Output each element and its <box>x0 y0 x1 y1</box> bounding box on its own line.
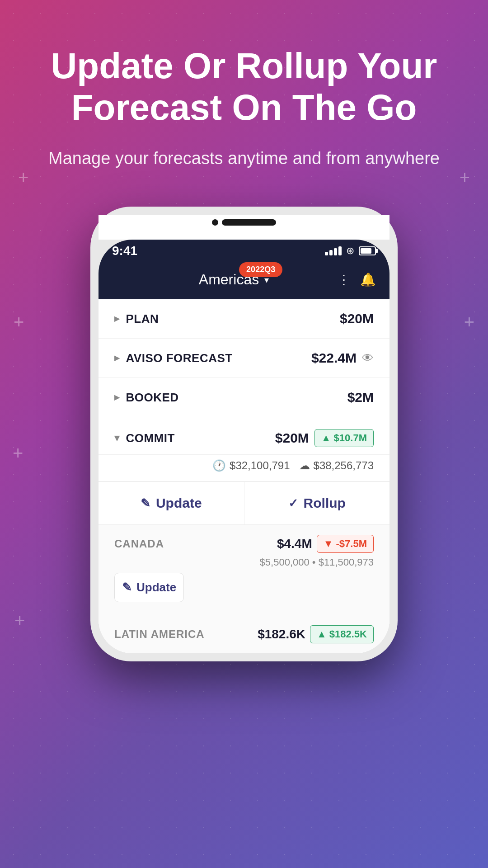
plan-row[interactable]: ▸ PLAN $20M <box>99 299 389 339</box>
phone-screen: 9:41 ⊛ Americ <box>99 240 389 653</box>
phone-outer: 9:41 ⊛ Americ <box>90 207 398 661</box>
quarter-badge: 2022Q3 <box>239 262 282 277</box>
aviso-value: $22.4M <box>311 350 357 366</box>
update-button[interactable]: ✎ Update <box>99 482 244 524</box>
rollup-button[interactable]: ✓ Rollup <box>244 482 390 524</box>
canada-update-button[interactable]: ✎ Update <box>114 573 184 602</box>
chevron-right-icon: ▸ <box>114 392 120 403</box>
latin-label: LATIN AMERICA <box>114 628 205 641</box>
phone-notch <box>99 215 389 240</box>
hero-title: Update Or Rollup Your Forecast On The Go <box>36 45 452 128</box>
canada-main-row: CANADA $4.4M ▼ -$7.5M <box>114 535 374 553</box>
eye-icon[interactable]: 👁 <box>362 351 374 365</box>
notification-bell-icon[interactable]: 🔔 <box>360 272 376 287</box>
cloud-value: ☁ $38,256,773 <box>299 459 374 472</box>
aviso-value-area: $22.4M 👁 <box>311 350 374 366</box>
canada-update-label: Update <box>136 580 176 594</box>
update-label: Update <box>156 495 202 511</box>
commit-value: $20M <box>275 430 309 446</box>
clock-icon: 🕐 <box>212 459 226 472</box>
status-icons: ⊛ <box>325 245 376 257</box>
app-content: ▸ PLAN $20M ▸ AVISO FORECAST $22.4M <box>99 299 389 653</box>
speaker-pill <box>222 219 276 226</box>
booked-label: ▸ BOOKED <box>114 391 179 405</box>
notch-center <box>212 219 276 226</box>
chevron-right-icon: ▸ <box>114 313 120 325</box>
up-arrow-icon: ▲ <box>317 628 327 640</box>
canada-change-value: -$7.5M <box>336 538 367 550</box>
canada-right: $4.4M ▼ -$7.5M <box>277 535 374 553</box>
status-time: 9:41 <box>112 244 137 258</box>
commit-row[interactable]: ▾ COMMIT $20M ▲ $10.7M <box>99 417 389 455</box>
pencil-icon: ✎ <box>141 496 150 510</box>
latin-change-badge: ▲ $182.5K <box>310 625 374 643</box>
commit-sub-row: 🕐 $32,100,791 ☁ $38,256,773 <box>99 455 389 481</box>
booked-row[interactable]: ▸ BOOKED $2M <box>99 378 389 417</box>
plan-label: ▸ PLAN <box>114 312 159 326</box>
plan-value: $20M <box>340 311 374 326</box>
commit-value-area: $20M ▲ $10.7M <box>275 429 374 447</box>
aviso-label: ▸ AVISO FORECAST <box>114 351 233 365</box>
chevron-right-icon: ▸ <box>114 352 120 364</box>
latin-change-value: $182.5K <box>329 628 367 640</box>
canada-label: CANADA <box>114 538 164 550</box>
down-arrow-icon: ▼ <box>324 538 333 550</box>
commit-change-badge: ▲ $10.7M <box>314 429 374 447</box>
canada-sub-values: $5,500,000 • $11,500,973 <box>114 557 374 568</box>
cloud-icon: ☁ <box>299 459 310 472</box>
canada-row: CANADA $4.4M ▼ -$7.5M $5,500,000 • $11,5… <box>99 525 389 615</box>
latin-value: $182.6K <box>258 627 305 642</box>
wifi-icon: ⊛ <box>346 245 354 257</box>
signal-icon <box>325 246 342 255</box>
canada-change-badge: ▼ -$7.5M <box>317 535 374 553</box>
pencil-icon: ✎ <box>122 580 132 594</box>
phone-mockup: 9:41 ⊛ Americ <box>0 207 488 661</box>
header-actions: ⋮ 🔔 <box>338 272 376 287</box>
commit-label: ▾ COMMIT <box>114 431 175 445</box>
latin-right: $182.6K ▲ $182.5K <box>258 625 374 643</box>
aviso-forecast-row[interactable]: ▸ AVISO FORECAST $22.4M 👁 <box>99 339 389 378</box>
rollup-label: Rollup <box>304 495 346 511</box>
status-bar: 9:41 ⊛ <box>99 240 389 262</box>
booked-value-area: $2M <box>347 390 374 405</box>
camera-dot <box>212 219 218 226</box>
hero-section: Update Or Rollup Your Forecast On The Go… <box>0 0 488 198</box>
commit-change-value: $10.7M <box>334 432 367 444</box>
latin-america-row[interactable]: LATIN AMERICA $182.6K ▲ $182.5K <box>99 615 389 653</box>
action-buttons: ✎ Update ✓ Rollup <box>99 481 389 525</box>
more-options-icon[interactable]: ⋮ <box>338 272 350 287</box>
booked-value: $2M <box>347 390 374 405</box>
chevron-down-icon: ▾ <box>114 432 120 444</box>
header-center[interactable]: Americas ▾ 2022Q3 <box>199 271 269 288</box>
canada-value: $4.4M <box>277 537 312 551</box>
clock-value: 🕐 $32,100,791 <box>212 459 290 472</box>
up-arrow-icon: ▲ <box>321 432 331 444</box>
battery-icon <box>359 246 376 255</box>
checkmark-icon: ✓ <box>288 496 298 510</box>
plan-value-area: $20M <box>340 311 374 326</box>
hero-subtitle: Manage your forecasts anytime and from a… <box>36 146 452 170</box>
app-header: Americas ▾ 2022Q3 ⋮ 🔔 <box>99 262 389 299</box>
